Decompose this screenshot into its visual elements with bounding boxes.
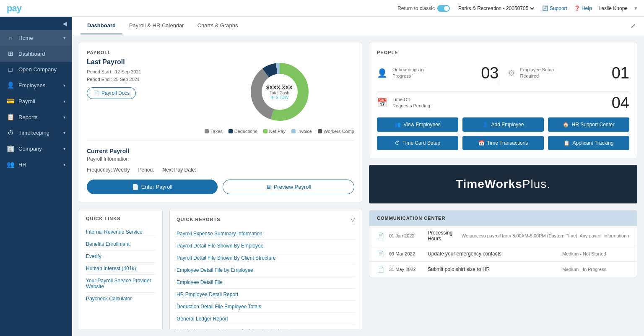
next-pay-date-label: Next Pay Date: [163,167,197,173]
quick-reports-header: QUICK REPORTS ▽ [177,216,355,223]
people-card: PEOPLE 👤 Onboardings inProgress 03 ⚙ [369,42,637,158]
sidebar-item-company[interactable]: 🏢 Company ▾ [0,141,72,156]
view-employees-icon: 👥 [395,122,401,128]
sidebar-item-dashboard-label: Dashboard [18,51,65,57]
comm-subject-1: Processing Hours [428,230,457,242]
report-payroll-expense[interactable]: Payroll Expense Summary Information [177,228,355,240]
comm-doc-icon-2: 📄 [377,250,384,257]
people-stats: 👤 Onboardings inProgress 03 ⚙ Employee S… [377,62,629,84]
preview-payroll-button[interactable]: 🖥 Preview Payroll [223,180,354,194]
link-payroll-provider[interactable]: Your Payroll Service Provider Website [86,275,156,293]
onboardings-label: Onboardings inProgress [392,67,476,80]
applicant-tracking-button[interactable]: 📋 Applicant Tracking [548,136,629,150]
payroll-docs-button[interactable]: 📄 Payroll Docs [87,87,136,99]
company-icon: 🏢 [7,145,14,152]
sidebar-item-payroll[interactable]: 💳 Payroll ▾ [0,93,72,109]
people-buttons: 👥 View Employees 👤 Add Employee 🏠 HR Sup… [377,117,629,150]
view-employees-button[interactable]: 👥 View Employees [377,117,458,132]
comm-doc-icon-1: 📄 [377,232,384,239]
link-paycheck-calculator[interactable]: Paycheck Calculator [86,293,156,305]
deductions-dot [229,129,233,133]
sidebar-item-employees[interactable]: 👤 Employees ▾ [0,77,72,93]
reports-icon: 📋 [7,113,14,121]
donut-amount: $XXX,XXX [266,84,293,91]
sidebar-item-hr[interactable]: 👥 HR ▾ [0,156,72,172]
sidebar-item-company-label: Company [18,146,59,152]
comm-status-2: Medium - Not Started [562,251,629,256]
content-area: Dashboard Payroll & HR Calendar Charts &… [72,17,644,336]
time-off-info: Time OffRequests Pending [392,96,612,109]
time-transactions-button[interactable]: 📅 Time Transactions [462,136,544,150]
report-hr-employee-detail[interactable]: HR Employee Detail Report [177,289,355,301]
timeworks-banner[interactable]: TimeWorksPlus. [369,165,637,203]
period-start: Period Start : 12 Sep 2021 [87,68,192,76]
time-off-label: Time OffRequests Pending [392,96,612,109]
link-human-interest[interactable]: Human Interest (401k) [86,263,156,275]
help-link[interactable]: ❓ Help [574,5,592,11]
logo-text: pay [7,3,21,13]
dashboard-icon: ⊞ [7,50,14,57]
comm-body: 📄 01 Jan 2022 Processing Hours We proces… [369,226,637,277]
sidebar-collapse-btn[interactable]: ◀ [0,17,72,30]
home-icon: ⌂ [7,34,14,42]
last-payroll-title: Last Payroll [87,58,192,66]
donut-show-link[interactable]: 👁 SHOW [266,95,293,100]
legend-deductions: Deductions [229,129,257,134]
preview-payroll-icon: 🖥 [266,184,271,190]
hr-support-label: HR Support Center [571,122,614,128]
sidebar-item-home[interactable]: ⌂ Home ▾ [0,30,72,46]
sidebar-item-dashboard[interactable]: ⊞ Dashboard [0,46,72,62]
reports-arrow-icon: ▾ [63,115,65,120]
add-employee-icon: 👤 [482,122,488,128]
sidebar-item-reports[interactable]: 📋 Reports ▾ [0,109,72,125]
payroll-actions: 📄 Enter Payroll 🖥 Preview Payroll [87,180,354,194]
report-time-calendar[interactable]: Detail of employee's time worked in cale… [177,325,355,329]
comm-center-title: COMMUNICATION CENTER [369,211,637,226]
company-arrow-icon: ▾ [63,146,65,151]
tab-dashboard[interactable]: Dashboard [80,17,122,34]
expand-icon[interactable]: ⤢ [630,22,636,30]
applicant-tracking-icon: 📋 [564,140,570,146]
tab-payroll-hr-calendar[interactable]: Payroll & HR Calendar [122,17,191,34]
report-payroll-detail-client[interactable]: Payroll Detail File Shown By Client Stru… [177,252,355,264]
quick-links-card: QUICK LINKS Internal Revenue Service Ben… [79,209,163,329]
chart-legend: Taxes Deductions Net Pay [205,129,354,134]
filter-icon[interactable]: ▽ [351,216,355,223]
user-chevron-icon[interactable]: ▾ [634,5,637,11]
report-general-ledger[interactable]: General Ledger Report [177,313,355,325]
link-benefits-enrollment[interactable]: Benefits Enrollment [86,238,156,250]
payroll-section-title: PAYROLL [87,50,354,55]
link-internal-revenue[interactable]: Internal Revenue Service [86,226,156,238]
payroll-donut-chart: $XXX,XXX Total Cash 👁 SHOW [246,58,313,125]
classic-toggle[interactable] [437,5,450,12]
comm-subject-2: Update your emergency contacts [428,251,557,257]
time-card-setup-button[interactable]: ⏱ Time Card Setup [377,136,458,150]
payroll-arrow-icon: ▾ [63,99,65,104]
quick-reports-card: QUICK REPORTS ▽ Payroll Expense Summary … [169,209,362,329]
link-everify[interactable]: Everify [86,250,156,263]
comm-row-2: 📄 09 Mar 2022 Update your emergency cont… [369,246,637,262]
report-employee-detail-by-employee[interactable]: Employee Detail File by Employee [177,264,355,276]
time-card-setup-label: Time Card Setup [402,140,440,146]
enter-payroll-button[interactable]: 📄 Enter Payroll [87,180,218,194]
workers-comp-label: Workers Comp [324,129,354,134]
legend-workers-comp: Workers Comp [318,129,354,134]
time-transactions-label: Time Transactions [487,140,528,146]
report-deduction-detail[interactable]: Deduction Detail File Employee Totals [177,301,355,313]
hr-icon: 👥 [7,161,14,168]
support-link[interactable]: 🔄 Support [542,5,567,11]
sidebar-item-timekeeping[interactable]: ⏱ Timekeeping ▾ [0,125,72,141]
workers-comp-dot [318,129,322,133]
sidebar-item-open-company[interactable]: □ Open Company [0,62,72,77]
add-employee-button[interactable]: 👤 Add Employee [462,117,544,132]
sidebar-item-employees-label: Employees [18,82,59,89]
comm-date-3: 31 May 2022 [389,267,423,272]
bottom-row: QUICK LINKS Internal Revenue Service Ben… [79,209,362,329]
main-layout: ◀ ⌂ Home ▾ ⊞ Dashboard □ Open Company 👤 … [0,17,644,336]
report-payroll-detail-employee[interactable]: Payroll Detail File Shown By Employee [177,240,355,252]
comm-date-2: 09 Mar 2022 [389,251,423,256]
company-select[interactable]: Parks & Recreation - 20050705 [457,5,535,12]
tab-charts-graphs[interactable]: Charts & Graphs [191,17,245,34]
report-employee-detail-file[interactable]: Employee Detail File [177,276,355,289]
hr-support-center-button[interactable]: 🏠 HR Support Center [548,117,629,132]
